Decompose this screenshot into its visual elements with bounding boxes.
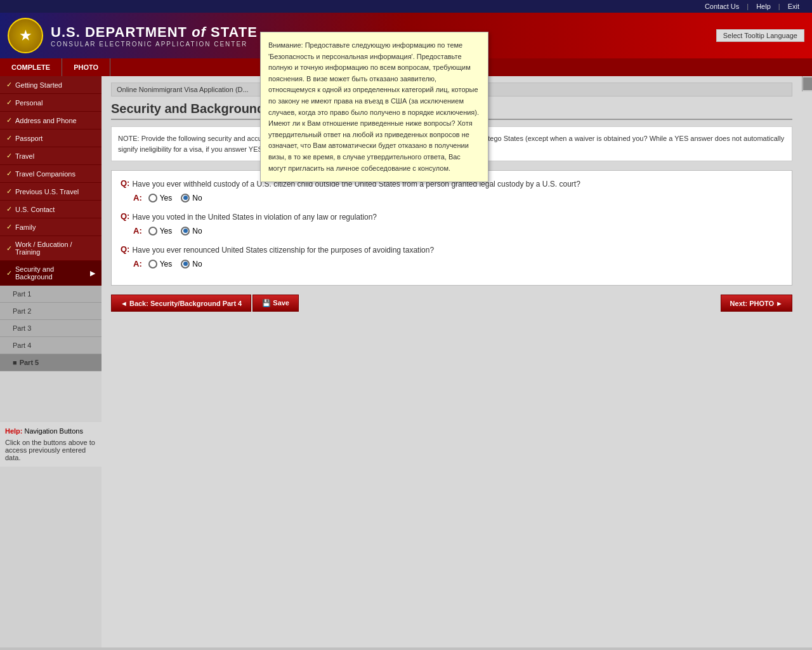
q3-no-option[interactable]: No — [181, 260, 202, 269]
us-seal: ★ — [8, 18, 43, 53]
top-bar: Contact Us | Help | Exit — [0, 0, 812, 13]
a1-label: A: — [133, 193, 142, 202]
sidebar-item-us-contact[interactable]: ✓ U.S. Contact — [0, 201, 102, 218]
q3-yes-option[interactable]: Yes — [148, 260, 173, 269]
q1-yes-radio[interactable] — [148, 194, 157, 202]
sidebar-item-travel[interactable]: ✓ Travel — [0, 147, 102, 165]
sidebar-sub-part3[interactable]: Part 3 — [0, 320, 102, 337]
dept-subtitle: CONSULAR ELECTRONIC APPLICATION CENTER — [51, 41, 258, 48]
q3-yes-radio[interactable] — [148, 260, 157, 269]
sidebar: ✓ Getting Started ✓ Personal ✓ Address a… — [0, 76, 102, 647]
q1-no-option[interactable]: No — [181, 194, 202, 202]
q3-text: Have you ever renounced United States ci… — [132, 244, 434, 256]
sidebar-item-passport[interactable]: ✓ Passport — [0, 129, 102, 147]
sidebar-item-personal[interactable]: ✓ Personal — [0, 94, 102, 112]
q2-no-radio[interactable] — [181, 227, 190, 235]
q3-label: Q: — [121, 244, 129, 256]
sidebar-item-security-background[interactable]: ✓ Security and Background ▶ — [0, 261, 102, 286]
help-text: Click on the buttons above to access pre… — [5, 439, 96, 461]
help-link[interactable]: Help — [756, 3, 771, 10]
scrollbar[interactable] — [802, 76, 812, 91]
back-button[interactable]: ◄ Back: Security/Background Part 4 — [111, 295, 251, 312]
q2-yes-option[interactable]: Yes — [148, 227, 173, 235]
qa-section: Q: Have you ever withheld custody of a U… — [111, 170, 792, 286]
sidebar-sub-part1[interactable]: Part 1 — [0, 286, 102, 303]
help-label: Navigation Buttons — [25, 427, 83, 435]
q1-yes-option[interactable]: Yes — [148, 194, 173, 202]
q2-no-option[interactable]: No — [181, 227, 202, 235]
q2-text: Have you voted in the United States in v… — [132, 211, 377, 223]
sidebar-sub-part2[interactable]: Part 2 — [0, 303, 102, 320]
q2-label: Q: — [121, 211, 129, 223]
sidebar-item-work-education[interactable]: ✓ Work / Education / Training — [0, 236, 102, 261]
scrollbar-thumb[interactable] — [803, 77, 812, 90]
sidebar-item-getting-started[interactable]: ✓ Getting Started — [0, 76, 102, 94]
tooltip-language-bar[interactable]: Select Tooltip Language — [716, 29, 804, 42]
sidebar-sub-part4[interactable]: Part 4 — [0, 337, 102, 354]
next-button[interactable]: Next: PHOTO ► — [721, 295, 792, 312]
dept-title: U.S. DEPARTMENT of STATE — [51, 24, 258, 41]
help-box: Help: Navigation Buttons Click on the bu… — [0, 422, 102, 467]
sidebar-item-address-phone[interactable]: ✓ Address and Phone — [0, 112, 102, 129]
q1-no-radio[interactable] — [181, 194, 190, 202]
question-2: Q: Have you voted in the United States i… — [121, 211, 783, 235]
tooltip-popup: Внимание: Предоставьте следующую информа… — [260, 32, 488, 182]
sidebar-sub-part5[interactable]: ■ Part 5 — [0, 354, 102, 371]
exit-link[interactable]: Exit — [788, 3, 799, 10]
sidebar-item-family[interactable]: ✓ Family — [0, 218, 102, 236]
help-title: Help: — [5, 427, 23, 435]
button-bar: ◄ Back: Security/Background Part 4 💾 Sav… — [111, 295, 792, 312]
tab-photo[interactable]: PHOTO — [62, 58, 110, 76]
sidebar-item-previous-us-travel[interactable]: ✓ Previous U.S. Travel — [0, 183, 102, 201]
save-button[interactable]: 💾 Save — [252, 295, 299, 312]
a2-label: A: — [133, 226, 142, 235]
expand-arrow-icon: ▶ — [90, 269, 95, 277]
sidebar-item-travel-companions[interactable]: ✓ Travel Companions — [0, 165, 102, 183]
q3-no-radio[interactable] — [181, 260, 190, 269]
a3-label: A: — [133, 259, 142, 269]
q1-label: Q: — [121, 178, 129, 190]
q2-yes-radio[interactable] — [148, 227, 157, 235]
contact-us-link[interactable]: Contact Us — [705, 3, 739, 10]
tab-complete[interactable]: COMPLETE — [0, 58, 62, 76]
question-3: Q: Have you ever renounced United States… — [121, 244, 783, 269]
